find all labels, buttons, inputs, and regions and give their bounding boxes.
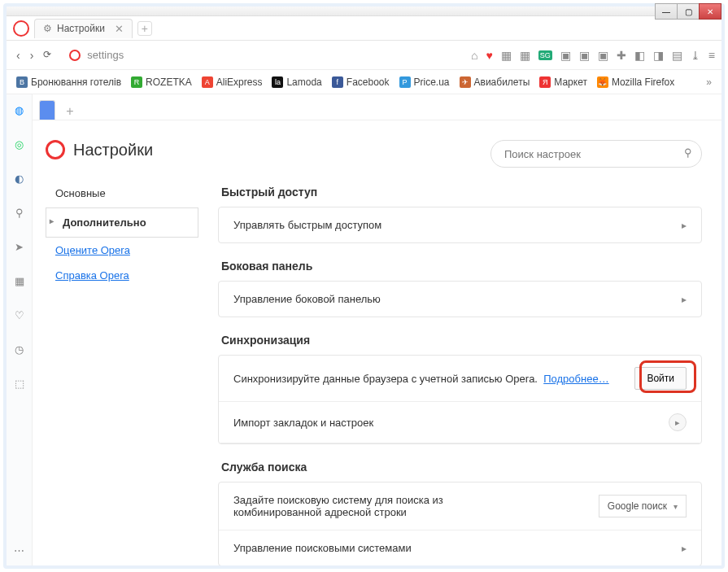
row-manage-side-panel[interactable]: Управление боковой панелью ▸ [219, 282, 701, 317]
bookmark-item[interactable]: 🦊Mozilla Firefox [597, 76, 674, 88]
row-label: Управление поисковыми системами [233, 542, 412, 554]
bookmark-label: Price.ua [414, 76, 450, 88]
chevron-right-icon: ▸ [669, 413, 687, 431]
row-import-bookmarks[interactable]: Импорт закладок и настроек ▸ [219, 402, 701, 443]
heart-icon[interactable]: ♥ [486, 49, 493, 62]
back-button[interactable]: ‹ [13, 47, 24, 63]
whatsapp-icon[interactable]: ◎ [12, 137, 27, 151]
search-engine-select[interactable]: Google поиск ▾ [599, 495, 687, 517]
bookmark-item[interactable]: ЯМаркет [539, 76, 587, 88]
search-sidebar-icon[interactable]: ⚲ [12, 205, 27, 220]
extensions-box-icon[interactable]: ⬚ [12, 376, 27, 391]
maximize-button[interactable]: ▢ [677, 3, 700, 20]
card-search-service: Задайте поисковую систему для поиска из … [218, 482, 702, 565]
bookmark-label: Бронювання готелів [31, 76, 121, 88]
page-header: Настройки [46, 140, 198, 159]
chevron-right-icon: ▸ [682, 220, 687, 231]
card-sync: Синхронизируйте данные браузера с учетно… [218, 355, 702, 444]
row-manage-search-engines[interactable]: Управление поисковыми системами ▸ [219, 531, 701, 565]
toolbar-icons: ⌂ ♥ ▦ ▦ SG ▣ ▣ ▣ ✚ ◧ ◨ ▤ ⤓ ≡ [471, 49, 715, 62]
bookmarks-overflow[interactable]: » [706, 76, 712, 88]
nav-basic[interactable]: Основные [46, 179, 198, 207]
bookmark-item[interactable]: BБронювання готелів [16, 76, 121, 88]
ext-icon-8[interactable]: ◨ [653, 49, 664, 62]
gear-icon: ⚙ [43, 23, 52, 34]
settings-body: Настройки Основные Дополнительно Оцените… [33, 120, 721, 565]
ext-icon-1[interactable]: ▦ [501, 49, 512, 62]
minimize-button[interactable]: — [655, 3, 678, 20]
add-workspace-button[interactable]: + [62, 103, 78, 120]
nav-toolbar: ‹ › ⟳ settings ⌂ ♥ ▦ ▦ SG ▣ ▣ ▣ ✚ ◧ ◨ ▤ … [7, 41, 721, 70]
reload-button[interactable]: ⟳ [40, 47, 54, 63]
bookmark-item[interactable]: ✈Авиабилеты [460, 76, 530, 88]
bookmark-icon: ✈ [460, 76, 471, 88]
messenger-icon[interactable]: ◍ [12, 103, 27, 117]
settings-sections: Быстрый доступ Управлять быстрым доступо… [218, 186, 702, 565]
select-value: Google поиск [608, 500, 667, 512]
ext-icon-2[interactable]: ▦ [520, 49, 530, 62]
window-close-button[interactable]: ✕ [699, 3, 721, 20]
sidebar-more-icon[interactable]: ⋯ [12, 543, 27, 557]
bookmark-item[interactable]: laLamoda [272, 76, 321, 88]
history-icon[interactable]: ◷ [12, 342, 27, 356]
row-label: Управление боковой панелью [233, 293, 381, 305]
search-wrap: ⚲ [490, 140, 702, 168]
easy-setup-icon[interactable]: ≡ [708, 49, 715, 62]
flow-icon[interactable]: ➤ [12, 239, 27, 254]
bookmark-icon: B [16, 76, 28, 88]
downloads-icon[interactable]: ⤓ [691, 49, 700, 62]
sync-section-wrap: ➸ Синхронизация Синхронизируйте данные б… [218, 334, 702, 444]
bookmark-icon: f [332, 76, 343, 88]
section-title-speed-dial: Быстрый доступ [221, 186, 702, 199]
forward-button[interactable]: › [27, 47, 37, 63]
address-text: settings [87, 49, 124, 61]
ext-icon-4[interactable]: ▣ [579, 49, 590, 62]
page-title: Настройки [73, 141, 153, 159]
settings-search-input[interactable] [490, 140, 702, 168]
snapshot-icon[interactable]: ⌂ [471, 49, 477, 62]
bookmark-item[interactable]: AAliExpress [202, 76, 263, 88]
settings-left-nav: Настройки Основные Дополнительно Оцените… [33, 120, 211, 565]
address-bar[interactable]: settings [63, 46, 463, 64]
bookmark-label: Mozilla Firefox [612, 76, 674, 88]
tab-close-icon[interactable]: ✕ [115, 23, 124, 35]
row-sync-signin: Синхронизируйте данные браузера с учетно… [219, 356, 701, 402]
sidebar-strip: ◍ ◎ ◐ ⚲ ➤ ▦ ♡ ◷ ⬚ ⋯ [7, 94, 33, 565]
ext-icon-sg[interactable]: SG [538, 50, 552, 60]
bookmarks-heart-icon[interactable]: ♡ [12, 308, 27, 322]
ext-icon-3[interactable]: ▣ [560, 49, 571, 62]
workspace-tabs: + [33, 94, 721, 120]
new-tab-button[interactable]: + [137, 21, 152, 36]
ext-icon-6[interactable]: ✚ [617, 49, 626, 62]
app-window: — ▢ ✕ ⚙ Настройки ✕ + ‹ › ⟳ settings ⌂ ♥… [3, 3, 725, 569]
bookmark-item[interactable]: PPrice.ua [399, 76, 450, 88]
bookmarks-bar: BБронювання готелів RROZETKA AAliExpress… [7, 70, 721, 94]
tab-settings[interactable]: ⚙ Настройки ✕ [34, 19, 133, 38]
titlebar: — ▢ ✕ [7, 7, 721, 16]
bookmark-icon: la [272, 76, 283, 88]
bookmark-label: Авиабилеты [474, 76, 530, 88]
row-manage-speed-dial[interactable]: Управлять быстрым доступом ▸ [219, 207, 701, 242]
vk-icon[interactable]: ◐ [12, 171, 27, 186]
ext-icon-9[interactable]: ▤ [672, 49, 682, 62]
sync-learn-more-link[interactable]: Подробнее… [543, 373, 608, 385]
bookmark-label: AliExpress [216, 76, 263, 88]
tab-title: Настройки [57, 23, 105, 34]
nav-advanced[interactable]: Дополнительно [46, 207, 198, 238]
chevron-right-icon: ▸ [682, 294, 687, 305]
card-side-panel: Управление боковой панелью ▸ [218, 281, 702, 317]
row-label: Управлять быстрым доступом [233, 219, 381, 231]
nav-rate-opera-link[interactable]: Оцените Opera [46, 238, 198, 263]
speed-dial-icon[interactable]: ▦ [12, 273, 27, 288]
sync-signin-button[interactable]: Войти [634, 367, 687, 390]
opera-logo-icon [46, 140, 65, 159]
bookmark-icon: R [131, 76, 142, 88]
content-area: + Настройки Основные Дополнительно Оцени… [33, 94, 721, 565]
bookmark-item[interactable]: fFacebook [332, 76, 390, 88]
bookmark-item[interactable]: RROZETKA [131, 76, 192, 88]
nav-help-opera-link[interactable]: Справка Opera [46, 263, 198, 288]
ext-icon-7[interactable]: ◧ [634, 49, 645, 62]
workspace-tab[interactable] [39, 100, 55, 120]
ext-icon-5[interactable]: ▣ [598, 49, 608, 62]
opera-menu-icon[interactable] [13, 20, 29, 37]
